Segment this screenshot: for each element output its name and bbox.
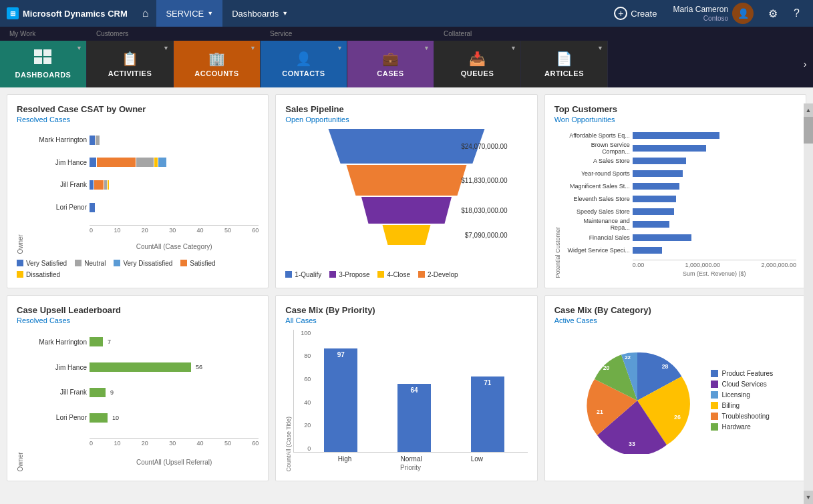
chart-upsell-leaderboard: Case Upsell Leaderboard Resolved Cases O… <box>7 295 269 482</box>
queues-label: QUEUES <box>461 69 494 77</box>
upsell-bar <box>90 362 191 372</box>
svg-rect-1 <box>43 49 51 56</box>
pie-label-hardware: 20 <box>603 364 610 370</box>
chart5-wrapper: CountAll (Case Title) 0 20 40 60 80 100 … <box>285 330 527 472</box>
activities-dropdown-icon: ▼ <box>163 45 169 51</box>
scroll-track <box>804 117 813 488</box>
chart5-yaxis: CountAll (Case Title) <box>285 330 292 472</box>
bar-segment-group <box>90 413 108 423</box>
legend-item: Billing <box>711 402 773 409</box>
legend-item: Very Dissatisfied <box>114 260 172 267</box>
sidebar-item-articles[interactable]: ▼ 📄 ARTICLES <box>521 41 608 87</box>
table-row: Mark Harrington 7 <box>27 334 259 349</box>
vbar-col-high: 97 <box>314 348 367 452</box>
tc-bar <box>633 145 706 152</box>
nav-item-service[interactable]: SERVICE ▼ <box>156 0 222 27</box>
bar-value: 9 <box>110 389 114 396</box>
nav-service-chevron: ▼ <box>207 10 213 17</box>
user-info[interactable]: Maria Cameron Contoso 👤 <box>667 3 759 24</box>
legend-item: Hardware <box>711 423 773 431</box>
legend-color <box>114 260 120 266</box>
legend-item: 2-Develop <box>418 271 458 278</box>
legend-color <box>711 391 718 399</box>
contacts-icon: 👤 <box>295 51 312 67</box>
scroll-thumb[interactable] <box>804 117 813 144</box>
bar-value: 7 <box>108 338 111 345</box>
bar-seg-vs <box>90 203 95 212</box>
bar-seg-d <box>154 158 158 167</box>
scroll-up-button[interactable]: ▲ <box>804 103 813 117</box>
chart6-area: 28 26 33 21 20 22 Product Features Cloud <box>554 330 796 472</box>
table-row: Maintenance and Repa... <box>563 219 796 230</box>
sidebar-item-accounts[interactable]: ▼ 🏢 ACCOUNTS <box>174 41 261 87</box>
legend-item: 4-Close <box>377 271 410 278</box>
chart1-subtitle: Resolved Cases <box>17 115 259 123</box>
table-row: Eleventh Sales Store <box>563 194 796 204</box>
accounts-dropdown-icon: ▼ <box>250 45 256 51</box>
chart6-legend: Product Features Cloud Services Licensin… <box>711 370 773 431</box>
nav-dashboards-chevron: ▼ <box>282 10 288 17</box>
sidebar-item-dashboards[interactable]: ▼ DASHBOARDS <box>0 41 87 87</box>
pie-chart-svg: 28 26 33 21 20 22 <box>577 347 697 454</box>
legend-color <box>17 260 23 266</box>
table-row: Jim Hance <box>27 155 259 170</box>
articles-icon: 📄 <box>556 51 573 67</box>
pie-label-product: 28 <box>662 363 669 370</box>
funnel-level-2 <box>339 165 473 196</box>
legend-color <box>711 413 718 420</box>
help-button[interactable]: ? <box>787 0 806 27</box>
queues-icon: 📥 <box>469 51 486 67</box>
tc-bar <box>633 247 662 254</box>
bar-segment-group <box>90 203 95 212</box>
chart3-xaxis: 0.00 1,000,000.00 2,000,000.00 <box>633 260 796 268</box>
bar-seg-vs <box>90 158 96 167</box>
articles-dropdown-icon: ▼ <box>597 45 603 51</box>
legend-item: Dissatisfied <box>17 271 60 278</box>
cases-label: CASES <box>377 69 403 77</box>
sidebar-item-cases[interactable]: ▼ 💼 CASES <box>347 41 434 87</box>
scrollbar[interactable]: ▲ ▼ <box>804 103 813 488</box>
tc-bar <box>633 234 691 241</box>
sidebar-item-activities[interactable]: ▼ 📋 ACTIVITIES <box>87 41 174 87</box>
legend-item: 3-Propose <box>329 271 369 278</box>
legend-color <box>418 271 425 278</box>
y-ticks: 0 20 40 60 80 100 <box>294 330 313 453</box>
chart2-legend: 1-Qualify 3-Propose 4-Close 2-Develop <box>285 271 527 278</box>
chart4-rows: Mark Harrington 7 Jim Hance 56 Jill Fran… <box>27 330 259 472</box>
chart3-bars: Affordable Sports Eq... Brown Service Co… <box>563 129 796 278</box>
legend-color <box>711 423 718 431</box>
tc-bar <box>633 208 674 215</box>
settings-button[interactable]: ⚙ <box>762 0 784 27</box>
svg-rect-2 <box>34 57 42 64</box>
chart6-subtitle: Active Cases <box>554 316 796 324</box>
chart6-title: Case Mix (By Category) <box>554 305 796 315</box>
pie-label-cloud: 33 <box>629 441 636 447</box>
chart1-rows: Mark Harrington Jim Hance <box>27 129 259 254</box>
upsell-bar <box>90 413 108 423</box>
funnel-value-3: $18,030,000.00 <box>461 207 508 214</box>
nav-scroll-right[interactable]: › <box>797 41 813 87</box>
sidebar-item-queues[interactable]: ▼ 📥 QUEUES <box>434 41 521 87</box>
chart5-bars-area: 0 20 40 60 80 100 97 64 <box>293 330 527 453</box>
chart4-yaxis: Owner <box>17 330 24 472</box>
legend-color <box>711 370 718 377</box>
chart4-title: Case Upsell Leaderboard <box>17 305 259 315</box>
nav-groups-bar: My Work Customers Service Collateral <box>0 27 813 41</box>
owner-label: Mark Harrington <box>27 136 87 144</box>
sidebar-item-contacts[interactable]: ▼ 👤 CONTACTS <box>261 41 347 87</box>
bar-seg-n <box>136 158 154 167</box>
nav-item-dashboards[interactable]: Dashboards ▼ <box>222 0 297 27</box>
create-button[interactable]: + Create <box>606 0 665 27</box>
bar-segment-group <box>90 136 100 145</box>
contacts-label: CONTACTS <box>282 69 325 77</box>
chart5-xlabel: Priority <box>293 464 527 471</box>
table-row: Magnificent Sales St... <box>563 181 796 192</box>
home-button[interactable]: ⌂ <box>134 0 157 27</box>
cases-icon: 💼 <box>382 51 399 67</box>
activities-label: ACTIVITIES <box>108 69 152 77</box>
bar-segment-group <box>90 158 166 167</box>
chart1-xlabel: CountAll (Case Category) <box>90 243 259 250</box>
chart-case-mix-category: Case Mix (By Category) Active Cases 28 2… <box>544 295 806 482</box>
vbar-high: 97 <box>324 348 357 452</box>
chart3-area: Potential Customer Affordable Sports Eq.… <box>554 129 796 278</box>
